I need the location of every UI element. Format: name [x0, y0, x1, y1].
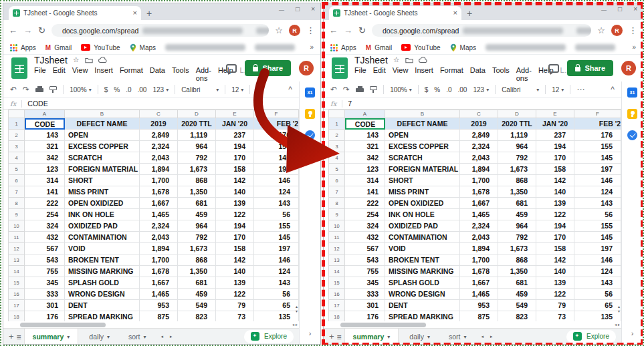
cell[interactable]: 459: [498, 209, 536, 220]
cell[interactable]: FOREIGN MATERIAL: [65, 164, 140, 175]
cell[interactable]: 194: [216, 220, 254, 232]
row-header[interactable]: 10: [8, 220, 25, 232]
cell[interactable]: 345: [25, 277, 65, 289]
all-sheets-icon[interactable]: [337, 331, 342, 342]
cell[interactable]: SPLASH GOLD: [385, 277, 460, 289]
cell[interactable]: MISS PRINT: [385, 186, 460, 198]
cell[interactable]: 1,673: [178, 243, 216, 254]
cell[interactable]: 73: [216, 311, 254, 321]
print-icon[interactable]: [35, 86, 43, 93]
sheet-tab-sort[interactable]: sort: [120, 329, 154, 344]
cell[interactable]: 139: [536, 198, 574, 209]
cell[interactable]: 222: [25, 198, 65, 209]
cell[interactable]: 1,119: [498, 130, 536, 141]
more-formats-button[interactable]: 123: [152, 86, 169, 94]
format-currency-button[interactable]: $: [104, 86, 108, 94]
cell[interactable]: 139: [536, 277, 574, 289]
cell[interactable]: 194: [536, 141, 574, 152]
undo-icon[interactable]: [10, 85, 17, 94]
cell[interactable]: 155: [254, 220, 299, 232]
cell[interactable]: MISS PRINT: [65, 186, 140, 198]
cell[interactable]: 964: [178, 220, 216, 232]
row-header[interactable]: 9: [8, 209, 25, 220]
cell[interactable]: 2,043: [460, 232, 498, 243]
keep-icon[interactable]: [305, 109, 315, 119]
minimize-icon[interactable]: [601, 6, 607, 13]
cell[interactable]: 197: [574, 164, 621, 175]
cell[interactable]: 345: [345, 277, 385, 289]
cell[interactable]: 2,849: [140, 130, 178, 141]
horizontal-scroll-steppers[interactable]: [292, 323, 298, 327]
cell[interactable]: 140: [536, 186, 574, 198]
star-doc-icon[interactable]: [73, 56, 80, 63]
sheet-tab-menu-icon[interactable]: [107, 333, 110, 340]
cell[interactable]: OPEN: [65, 130, 140, 141]
scrollbar-thumb[interactable]: [20, 323, 106, 327]
formula-value[interactable]: CODE: [27, 100, 47, 108]
cell[interactable]: 170: [216, 232, 254, 243]
cell[interactable]: 324: [345, 220, 385, 232]
cell[interactable]: OXIDIZED PAD: [385, 220, 460, 232]
vertical-scroll-steppers[interactable]: [618, 305, 620, 313]
calendar-icon[interactable]: [305, 88, 315, 98]
cell[interactable]: 953: [460, 300, 498, 311]
print-icon[interactable]: [356, 86, 364, 93]
cell[interactable]: 342: [25, 152, 65, 164]
tasks-icon[interactable]: [305, 130, 315, 140]
cell[interactable]: OPEN: [385, 130, 460, 141]
back-icon[interactable]: [9, 26, 17, 35]
maximize-icon[interactable]: [296, 6, 300, 13]
column-header-f[interactable]: F: [254, 110, 299, 118]
bookmark-star-icon[interactable]: [275, 26, 283, 35]
cell[interactable]: 135: [574, 311, 621, 321]
cell[interactable]: 1,119: [178, 130, 216, 141]
profile-avatar[interactable]: R: [611, 25, 623, 36]
column-header-d[interactable]: D: [178, 110, 216, 118]
cell[interactable]: 158: [216, 164, 254, 175]
account-avatar[interactable]: R: [621, 61, 636, 75]
cell[interactable]: 1,673: [498, 243, 536, 254]
cell[interactable]: 1,678: [460, 186, 498, 198]
more-toolbar-icon[interactable]: [256, 85, 264, 94]
cell[interactable]: 543: [25, 254, 65, 266]
font-size-select[interactable]: 12: [231, 86, 243, 94]
menu-file[interactable]: File: [34, 66, 46, 82]
cell[interactable]: 158: [536, 243, 574, 254]
address-bar[interactable]: docs.google.com/spread: [372, 24, 591, 37]
row-header[interactable]: 5: [328, 164, 345, 175]
cell[interactable]: 194: [216, 141, 254, 152]
row-header[interactable]: 4: [8, 152, 25, 164]
maximize-icon[interactable]: [618, 6, 622, 13]
menu-edit[interactable]: Edit: [53, 66, 66, 82]
cell[interactable]: 140: [216, 186, 254, 198]
account-avatar[interactable]: R: [299, 61, 314, 75]
cell[interactable]: 1,678: [140, 266, 178, 277]
calendar-icon[interactable]: [627, 88, 637, 98]
cell[interactable]: 964: [178, 141, 216, 152]
menu-tools[interactable]: Tools: [172, 66, 189, 82]
cell[interactable]: 2,043: [140, 232, 178, 243]
cell[interactable]: BROKEN TENT: [65, 254, 140, 266]
cell[interactable]: 142: [536, 175, 574, 186]
horizontal-scrollbar[interactable]: [3, 321, 299, 328]
redo-icon[interactable]: [343, 85, 350, 94]
sheets-logo-icon[interactable]: [11, 57, 27, 79]
cell[interactable]: 65: [574, 300, 621, 311]
browser-menu-icon[interactable]: [629, 26, 637, 35]
collapse-toolbar-icon[interactable]: [288, 85, 292, 94]
cell[interactable]: 543: [345, 254, 385, 266]
close-icon[interactable]: [633, 6, 637, 13]
cell[interactable]: FEB '2: [574, 118, 621, 130]
address-bar[interactable]: docs.google.com/spread: [51, 24, 269, 37]
sheet-tab-menu-icon[interactable]: [143, 333, 146, 340]
column-header-a[interactable]: A: [345, 110, 385, 118]
collapse-panel-icon[interactable]: [631, 330, 634, 337]
cell[interactable]: 143: [574, 277, 621, 289]
row-header[interactable]: 5: [8, 164, 25, 175]
menu-view[interactable]: View: [72, 66, 88, 82]
cell[interactable]: 567: [25, 243, 65, 254]
cell[interactable]: 254: [25, 209, 65, 220]
decrease-decimal-button[interactable]: .0: [446, 86, 451, 94]
cell[interactable]: 145: [254, 232, 299, 243]
row-header[interactable]: 1: [8, 118, 25, 130]
